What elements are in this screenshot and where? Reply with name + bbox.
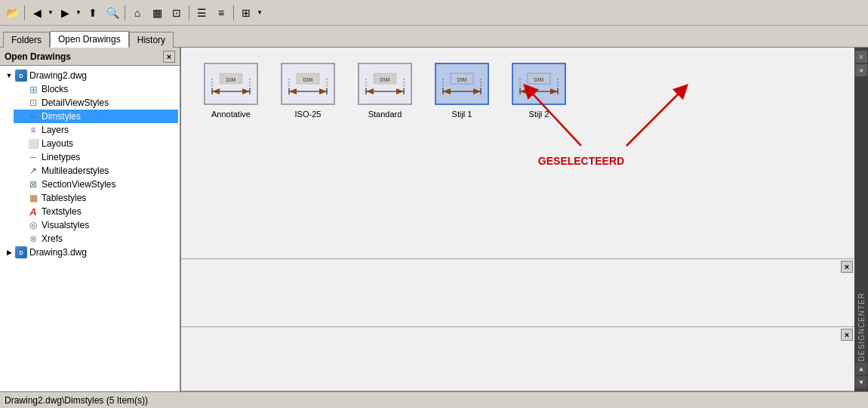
- scroll-up-btn[interactable]: ▲: [855, 363, 867, 375]
- drawing2-label: Drawing2.dwg: [29, 70, 87, 81]
- standard-icon-wrap: DIM: [358, 63, 412, 105]
- status-bar: Drawing2.dwg\Dimstyles (5 Item(s)): [0, 391, 868, 408]
- forward-button[interactable]: ▶: [56, 4, 74, 22]
- tree-item-dimstyles[interactable]: ▶ ↔ Dimstyles: [14, 110, 178, 123]
- tree-item-blocks[interactable]: ▶ ⊞ Blocks: [14, 82, 178, 96]
- stijl2-icon-wrap: DIM: [512, 63, 566, 105]
- stijl1-label: Stijl 1: [452, 110, 472, 119]
- forward-dropdown: ▶ ▼: [56, 4, 82, 22]
- svg-line-46: [626, 89, 683, 146]
- content-grid: DIM Annotative: [181, 48, 854, 258]
- panel-close-button[interactable]: ×: [163, 51, 175, 63]
- svg-marker-3: [212, 88, 220, 94]
- dim-label: Dimstyles: [42, 111, 81, 122]
- annotative-icon-wrap: DIM: [204, 63, 258, 105]
- dimstyle-iso25[interactable]: DIM ISO-25: [281, 63, 335, 119]
- tree-item-tablestyles[interactable]: ▶ ▦ Tablestyles: [14, 191, 178, 205]
- svg-marker-21: [366, 88, 374, 94]
- dimstyle-standard[interactable]: DIM Standard: [358, 63, 412, 119]
- tree-item-multileaderstyles[interactable]: ▶ ↗ Multileaderstyles: [14, 164, 178, 178]
- annotative-svg: DIM: [208, 67, 254, 100]
- layouts-label: Layouts: [42, 138, 73, 149]
- svg-marker-30: [443, 88, 451, 94]
- svg-text:DIM: DIM: [226, 77, 236, 82]
- left-panel-header: Open Drawings ×: [0, 48, 180, 66]
- back-arrow[interactable]: ▼: [47, 4, 54, 22]
- drawing3-label: Drawing3.dwg: [29, 247, 87, 258]
- separator-2: [125, 5, 125, 20]
- dimstyle-annotative[interactable]: DIM Annotative: [204, 63, 258, 119]
- tree-item-drawing3[interactable]: ▶ D Drawing3.dwg: [2, 246, 178, 259]
- list-button[interactable]: ☰: [192, 4, 211, 22]
- svg-marker-39: [520, 88, 528, 94]
- expand-drawing3[interactable]: ▶: [3, 246, 15, 258]
- tree-item-drawing2[interactable]: ▼ D Drawing2.dwg: [2, 69, 178, 82]
- svg-marker-4: [242, 88, 250, 94]
- home-button[interactable]: ⌂: [128, 4, 146, 22]
- lower-panels: × ×: [181, 258, 854, 391]
- views-button[interactable]: ⊞: [237, 4, 255, 22]
- views-arrow[interactable]: ▼: [256, 4, 263, 22]
- iso25-icon-wrap: DIM: [281, 63, 335, 105]
- lower-panel-1-close[interactable]: ×: [841, 261, 853, 273]
- strip-pin-btn[interactable]: ✶: [855, 64, 867, 76]
- toolbar: 📂 ◀ ▼ ▶ ▼ ⬆ 🔍 ⌂ ▦ ⊡ ☰ ≡ ⊞ ▼: [0, 0, 868, 26]
- right-main: DIM Annotative: [181, 48, 854, 391]
- tab-history[interactable]: History: [129, 32, 174, 48]
- linetypes-icon: ─: [27, 151, 39, 163]
- dimstyle-stijl2[interactable]: DIM Stijl 2: [512, 63, 566, 119]
- tree-item-linetypes[interactable]: ▶ ─ Linetypes: [14, 150, 178, 164]
- tabs-bar: Folders Open Drawings History: [0, 26, 868, 47]
- scroll-down-btn[interactable]: ▼: [855, 376, 867, 388]
- xrefs-icon: ⊗: [27, 233, 39, 245]
- svg-marker-31: [473, 88, 481, 94]
- right-strip: × ✶ DESIGNCENTER ▲ ▼: [854, 48, 868, 391]
- multi-label: Multileaderstyles: [42, 165, 109, 176]
- main-area: Open Drawings × ▼ D Drawing2.dwg ▶ ⊞ Blo…: [0, 47, 868, 391]
- dwg-icon: D: [15, 70, 27, 82]
- drawing2-children: ▶ ⊞ Blocks ▶ ⊡ DetailViewStyles ▶ ↔ Dims…: [2, 82, 178, 246]
- tree-button[interactable]: ▦: [148, 4, 166, 22]
- stijl1-svg: DIM: [439, 67, 485, 100]
- forward-arrow[interactable]: ▼: [75, 4, 82, 22]
- tree-item-layouts[interactable]: ▶ ⬜ Layouts: [14, 137, 178, 150]
- tree-item-layers[interactable]: ▶ ≡ Layers: [14, 123, 178, 137]
- status-text: Drawing2.dwg\Dimstyles (5 Item(s)): [5, 395, 148, 406]
- preview-button[interactable]: ⊡: [168, 4, 186, 22]
- strip-close-btn[interactable]: ×: [855, 51, 867, 63]
- tree-item-xrefs[interactable]: ▶ ⊗ Xrefs: [14, 232, 178, 246]
- svg-text:DIM: DIM: [534, 77, 544, 82]
- back-dropdown: ◀ ▼: [28, 4, 54, 22]
- separator-4: [233, 5, 234, 20]
- svg-text:GESELECTEERD: GESELECTEERD: [538, 155, 624, 167]
- linetypes-label: Linetypes: [42, 152, 80, 162]
- open-folder-button[interactable]: 📂: [3, 4, 21, 22]
- lower-panel-2-close[interactable]: ×: [841, 329, 853, 341]
- details-button[interactable]: ≡: [212, 4, 230, 22]
- tab-open-drawings[interactable]: Open Drawings: [50, 31, 129, 48]
- visual-icon: ◎: [27, 219, 39, 231]
- left-panel: Open Drawings × ▼ D Drawing2.dwg ▶ ⊞ Blo…: [0, 48, 181, 391]
- tree-item-sectionviewstyles[interactable]: ▶ ⊠ SectionViewStyles: [14, 178, 178, 191]
- section-label: SectionViewStyles: [42, 179, 116, 190]
- tree-item-textstyles[interactable]: ▶ A Textstyles: [14, 205, 178, 218]
- tree-item-visualstyles[interactable]: ▶ ◎ Visualstyles: [14, 218, 178, 232]
- dwg3-icon: D: [15, 246, 27, 258]
- blocks-icon: ⊞: [27, 83, 39, 95]
- iso25-svg: DIM: [285, 67, 331, 100]
- search-button[interactable]: 🔍: [103, 4, 122, 22]
- stijl1-icon-wrap: DIM: [435, 63, 489, 105]
- iso25-label: ISO-25: [295, 110, 322, 119]
- tab-folders[interactable]: Folders: [3, 32, 50, 48]
- dimstyle-stijl1[interactable]: DIM Stijl 1: [435, 63, 489, 119]
- right-content-wrapper: DIM Annotative: [181, 48, 868, 391]
- svg-text:DIM: DIM: [457, 77, 467, 82]
- up-button[interactable]: ⬆: [84, 4, 102, 22]
- back-button[interactable]: ◀: [28, 4, 46, 22]
- tree-item-detailviewstyles[interactable]: ▶ ⊡ DetailViewStyles: [14, 96, 178, 110]
- expand-drawing2[interactable]: ▼: [3, 70, 15, 82]
- separator-1: [24, 5, 25, 20]
- tree-area[interactable]: ▼ D Drawing2.dwg ▶ ⊞ Blocks ▶ ⊡ DetailVi…: [0, 66, 180, 391]
- annotative-label: Annotative: [211, 110, 251, 119]
- lower-panel-2: ×: [181, 327, 854, 391]
